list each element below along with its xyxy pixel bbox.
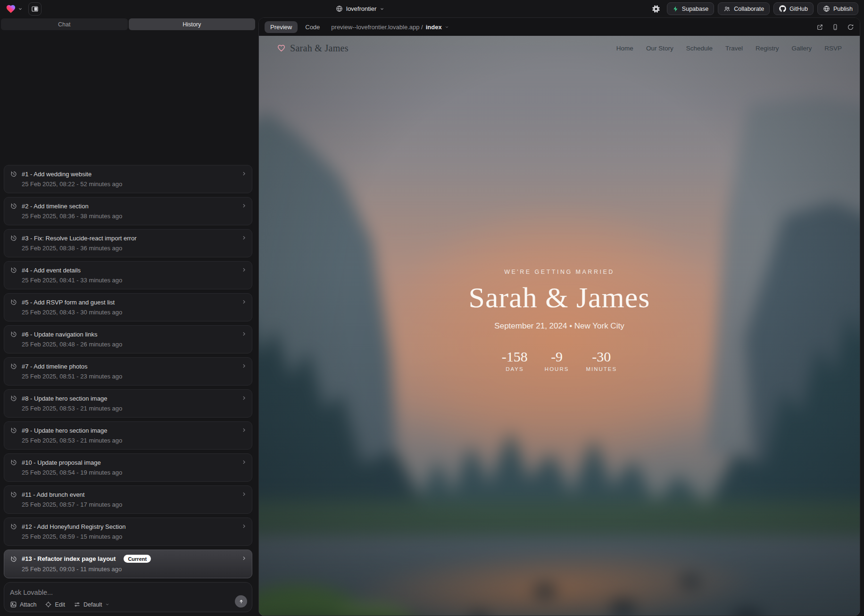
mobile-icon xyxy=(832,24,839,31)
history-icon xyxy=(10,491,17,498)
current-badge: Current xyxy=(124,555,151,563)
history-item-13-current[interactable]: #13 - Refactor index page layout Current… xyxy=(4,550,252,578)
chevron-right-icon xyxy=(241,331,247,337)
site-header: Sarah & James Home Our Story Schedule Tr… xyxy=(259,36,860,60)
history-item-8[interactable]: #8 - Update hero section image 25 Feb 20… xyxy=(4,389,252,418)
edit-crosshair-icon xyxy=(45,601,52,608)
edit-button[interactable]: Edit xyxy=(45,601,65,608)
history-item-5[interactable]: #5 - Add RSVP form and guest list 25 Feb… xyxy=(4,293,252,321)
open-external-button[interactable] xyxy=(816,24,823,31)
chevron-right-icon xyxy=(241,267,247,273)
tab-history[interactable]: History xyxy=(129,18,256,30)
history-icon xyxy=(10,459,17,466)
hero-title: Sarah & James xyxy=(347,281,772,314)
chevron-right-icon xyxy=(241,427,247,433)
tab-preview[interactable]: Preview xyxy=(265,21,298,33)
send-button[interactable] xyxy=(235,595,247,608)
tab-chat[interactable]: Chat xyxy=(1,18,128,30)
globe-icon xyxy=(336,5,343,12)
sidebar-tabs: Chat History xyxy=(1,18,255,30)
nav-schedule[interactable]: Schedule xyxy=(686,45,713,52)
publish-globe-icon xyxy=(823,5,830,12)
history-icon xyxy=(10,170,17,178)
chevron-right-icon xyxy=(241,203,247,209)
send-arrow-icon xyxy=(238,599,244,605)
history-icon xyxy=(10,394,17,402)
collaborate-users-icon xyxy=(723,6,731,12)
chevron-down-icon xyxy=(105,602,109,607)
chevron-right-icon xyxy=(241,555,247,561)
url-breadcrumb[interactable]: preview--lovefrontier.lovable.app / inde… xyxy=(331,24,449,31)
history-item-10[interactable]: #10 - Update proposal image 25 Feb 2025,… xyxy=(4,453,252,482)
lovable-logo-button[interactable] xyxy=(6,4,23,14)
url-host: preview--lovefrontier.lovable.app / xyxy=(331,24,423,31)
project-name: lovefrontier xyxy=(346,5,376,12)
history-item-3[interactable]: #3 - Fix: Resolve Lucide-react import er… xyxy=(4,229,252,257)
panel-toggle-icon xyxy=(31,5,39,13)
ask-lovable-input[interactable] xyxy=(10,589,199,596)
chevron-right-icon xyxy=(241,299,247,305)
history-icon xyxy=(10,234,17,242)
nav-our-story[interactable]: Our Story xyxy=(646,45,673,52)
chevron-down-icon xyxy=(380,7,384,11)
settings-button[interactable] xyxy=(649,2,663,16)
site-logo[interactable]: Sarah & James xyxy=(277,43,349,54)
nav-rsvp[interactable]: RSVP xyxy=(824,45,842,52)
history-icon xyxy=(10,362,17,370)
mobile-view-button[interactable] xyxy=(832,24,839,31)
composer: Attach Edit Defaul xyxy=(4,582,252,612)
site-preview: Sarah & James Home Our Story Schedule Tr… xyxy=(259,36,860,616)
project-switcher[interactable]: lovefrontier xyxy=(336,0,384,17)
nav-home[interactable]: Home xyxy=(616,45,633,52)
gear-icon xyxy=(652,5,660,13)
lovable-logo-icon xyxy=(6,4,16,14)
hero-section: WE'RE GETTING MARRIED Sarah & James Sept… xyxy=(347,269,772,372)
history-item-4[interactable]: #4 - Add event details 25 Feb 2025, 08:4… xyxy=(4,261,252,289)
publish-button[interactable]: Publish xyxy=(817,2,858,15)
history-icon xyxy=(10,202,17,210)
preview-toolbar: Preview Code preview--lovefrontier.lovab… xyxy=(259,18,860,36)
history-item-11[interactable]: #11 - Add brunch event 25 Feb 2025, 08:5… xyxy=(4,485,252,514)
attach-image-icon xyxy=(10,601,17,608)
history-icon xyxy=(10,555,17,563)
chevron-down-icon xyxy=(445,25,449,29)
history-item-6[interactable]: #6 - Update navigation links 25 Feb 2025… xyxy=(4,325,252,353)
nav-gallery[interactable]: Gallery xyxy=(791,45,812,52)
collaborate-button[interactable]: Collaborate xyxy=(718,2,770,15)
mode-select[interactable]: Default xyxy=(74,601,109,608)
chat-sidebar: Chat History #1 - Add wedding website 25… xyxy=(0,17,256,616)
heart-outline-icon xyxy=(277,44,286,52)
history-item-7[interactable]: #7 - Add timeline photos 25 Feb 2025, 08… xyxy=(4,357,252,386)
tab-code[interactable]: Code xyxy=(302,24,323,31)
github-icon xyxy=(779,5,786,12)
chevron-right-icon xyxy=(241,235,247,241)
countdown-days: -158 DAYS xyxy=(502,349,528,372)
history-icon xyxy=(10,523,17,530)
supabase-bolt-icon xyxy=(673,6,679,12)
preview-panel: Preview Code preview--lovefrontier.lovab… xyxy=(258,17,860,616)
refresh-button[interactable] xyxy=(847,24,854,31)
countdown-hours: -9 HOURS xyxy=(545,349,569,372)
history-item-1[interactable]: #1 - Add wedding website 25 Feb 2025, 08… xyxy=(4,165,252,193)
refresh-icon xyxy=(847,24,854,31)
sidebar-toggle-button[interactable] xyxy=(28,2,42,16)
chevron-right-icon xyxy=(241,459,247,465)
site-nav: Home Our Story Schedule Travel Registry … xyxy=(616,45,842,52)
chevron-right-icon xyxy=(241,491,247,497)
nav-registry[interactable]: Registry xyxy=(756,45,779,52)
history-icon xyxy=(10,298,17,306)
hero-subtitle: September 21, 2024 • New York City xyxy=(347,321,772,331)
history-list: #1 - Add wedding website 25 Feb 2025, 08… xyxy=(0,30,256,582)
github-button[interactable]: GitHub xyxy=(773,2,814,15)
history-item-9[interactable]: #9 - Update hero section image 25 Feb 20… xyxy=(4,421,252,450)
attach-button[interactable]: Attach xyxy=(10,601,36,608)
history-item-2[interactable]: #2 - Add timeline section 25 Feb 2025, 0… xyxy=(4,197,252,225)
history-item-12[interactable]: #12 - Add Honeyfund Registry Section 25 … xyxy=(4,517,252,546)
chevron-right-icon xyxy=(241,363,247,369)
supabase-button[interactable]: Supabase xyxy=(667,2,714,15)
hero-eyebrow: WE'RE GETTING MARRIED xyxy=(347,269,772,275)
chevron-down-icon xyxy=(18,7,23,11)
chevron-right-icon xyxy=(241,171,247,177)
nav-travel[interactable]: Travel xyxy=(725,45,743,52)
chevron-right-icon xyxy=(241,395,247,401)
